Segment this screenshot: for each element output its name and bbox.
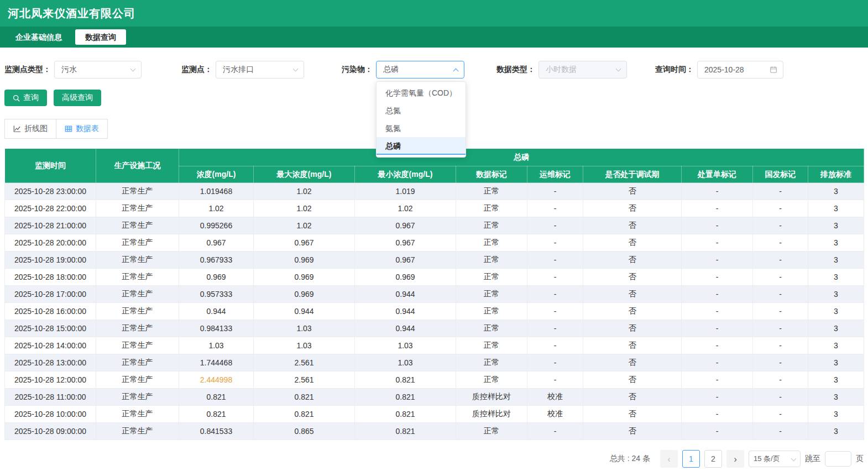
col-header-emission-standard: 排放标准	[808, 166, 864, 183]
table-cell: -	[753, 406, 808, 423]
point-type-label: 监测点类型：	[4, 65, 51, 75]
tab-data-table[interactable]: 数据表	[56, 119, 108, 139]
prev-page-button[interactable]: ‹	[660, 450, 678, 468]
table-cell: 否	[583, 406, 682, 423]
table-cell: 否	[583, 320, 682, 337]
data-type-value: 小时数据	[546, 65, 577, 75]
pollutant-option[interactable]: 化学需氧量（COD）	[377, 84, 466, 102]
next-page-button[interactable]: ›	[726, 450, 744, 468]
table-cell: 2025-10-28 22:00:00	[5, 200, 96, 217]
table-cell: -	[527, 200, 583, 217]
table-cell: 2025-10-28 16:00:00	[5, 303, 96, 320]
table-cell: 2025-10-28 14:00:00	[5, 337, 96, 354]
table-cell: 0.969	[254, 286, 355, 303]
table-row: 2025-10-28 19:00:00正常生产0.9679330.9690.96…	[5, 252, 864, 269]
tab-line-chart[interactable]: 折线图	[4, 119, 56, 139]
table-cell: 2.561	[254, 354, 355, 371]
advanced-query-button[interactable]: 高级查询	[54, 90, 101, 106]
pollutant-select[interactable]: 总磷	[376, 61, 464, 78]
table-cell: 0.967	[355, 252, 456, 269]
table-cell: 1.744468	[179, 354, 254, 371]
table-cell: -	[527, 269, 583, 286]
table-cell: 正常生产	[96, 389, 179, 406]
table-cell: 正常	[456, 286, 527, 303]
table-cell: 0.957333	[179, 286, 254, 303]
data-type-select: 小时数据	[538, 61, 627, 78]
table-cell: -	[682, 320, 753, 337]
table-cell: -	[682, 303, 753, 320]
table-cell: 3	[808, 371, 864, 389]
table-cell: 3	[808, 269, 864, 286]
advanced-query-label: 高级查询	[62, 93, 93, 103]
table-cell: 3	[808, 389, 864, 406]
page-size-select[interactable]: 15 条/页	[749, 451, 801, 467]
table-cell: 正常	[456, 269, 527, 286]
table-row: 2025-10-28 18:00:00正常生产0.9690.9690.969正常…	[5, 269, 864, 286]
col-header-max-concentration: 最大浓度(mg/L)	[254, 166, 355, 183]
table-cell: 3	[808, 337, 864, 354]
table-cell: 否	[583, 371, 682, 389]
table-cell: 正常生产	[96, 269, 179, 286]
table-cell: 1.02	[355, 200, 456, 217]
point-type-select[interactable]: 污水	[54, 61, 142, 78]
tab-line-chart-label: 折线图	[24, 124, 48, 134]
table-cell: -	[527, 354, 583, 371]
table-cell: 0.821	[179, 406, 254, 423]
table-cell: 0.944	[355, 320, 456, 337]
table-cell: 0.969	[254, 269, 355, 286]
table-cell: 0.969	[355, 269, 456, 286]
table-cell: 正常	[456, 371, 527, 389]
table-cell: -	[527, 252, 583, 269]
table-cell: 3	[808, 183, 864, 200]
table-cell: 0.969	[254, 252, 355, 269]
table-cell: 0.821	[355, 423, 456, 440]
table-cell: -	[753, 337, 808, 354]
table-row: 2025-10-28 14:00:00正常生产1.031.031.03正常-否-…	[5, 337, 864, 354]
table-cell: 否	[583, 269, 682, 286]
table-cell: 正常	[456, 337, 527, 354]
table-cell: 正常生产	[96, 252, 179, 269]
pagination-bar: 总共 : 24 条 ‹ 12 › 15 条/页 跳至 页	[4, 450, 864, 468]
filter-query-time: 查询时间： 2025-10-28	[655, 61, 783, 78]
table-cell: 1.03	[355, 337, 456, 354]
table-cell: 2025-10-28 11:00:00	[5, 389, 96, 406]
page-button-2[interactable]: 2	[704, 450, 722, 468]
pollutant-option[interactable]: 氨氮	[377, 119, 466, 137]
table-cell: -	[682, 200, 753, 217]
table-cell: 2025-10-28 21:00:00	[5, 217, 96, 234]
jump-page-input[interactable]	[825, 451, 851, 467]
query-date-picker[interactable]: 2025-10-28	[697, 61, 783, 78]
table-cell: 正常生产	[96, 371, 179, 389]
table-cell: -	[527, 337, 583, 354]
nav-tab-basic-info[interactable]: 企业基础信息	[6, 29, 72, 45]
table-cell: 3	[808, 354, 864, 371]
col-header-data-mark: 数据标记	[456, 166, 527, 183]
table-cell: 3	[808, 286, 864, 303]
query-button[interactable]: 查询	[4, 90, 47, 106]
nav-tab-data-query[interactable]: 数据查询	[75, 29, 126, 45]
table-cell: 2025-10-28 09:00:00	[5, 423, 96, 440]
table-cell: -	[527, 320, 583, 337]
table-cell: 2025-10-28 20:00:00	[5, 234, 96, 252]
table-cell: -	[682, 252, 753, 269]
table-cell: 2025-10-28 19:00:00	[5, 252, 96, 269]
page-button-1[interactable]: 1	[682, 450, 700, 468]
table-cell: 2025-10-28 10:00:00	[5, 406, 96, 423]
table-cell: 否	[583, 217, 682, 234]
chevron-down-icon	[616, 66, 621, 72]
monitor-point-select[interactable]: 污水排口	[216, 61, 304, 78]
table-cell: -	[527, 217, 583, 234]
pollutant-option[interactable]: 总磷	[377, 137, 466, 155]
table-cell: 3	[808, 423, 864, 440]
filter-data-type: 数据类型： 小时数据	[496, 61, 627, 78]
pollutant-option[interactable]: 总氮	[377, 102, 466, 119]
table-row: 2025-10-28 21:00:00正常生产0.9952661.020.967…	[5, 217, 864, 234]
monitor-point-value: 污水排口	[223, 65, 254, 75]
table-cell: -	[753, 183, 808, 200]
chevron-down-icon	[293, 66, 299, 72]
table-row: 2025-10-28 13:00:00正常生产1.7444682.5611.03…	[5, 354, 864, 371]
table-cell: 否	[583, 389, 682, 406]
table-cell: 0.944	[355, 303, 456, 320]
table-cell: -	[682, 354, 753, 371]
table-cell: -	[682, 337, 753, 354]
